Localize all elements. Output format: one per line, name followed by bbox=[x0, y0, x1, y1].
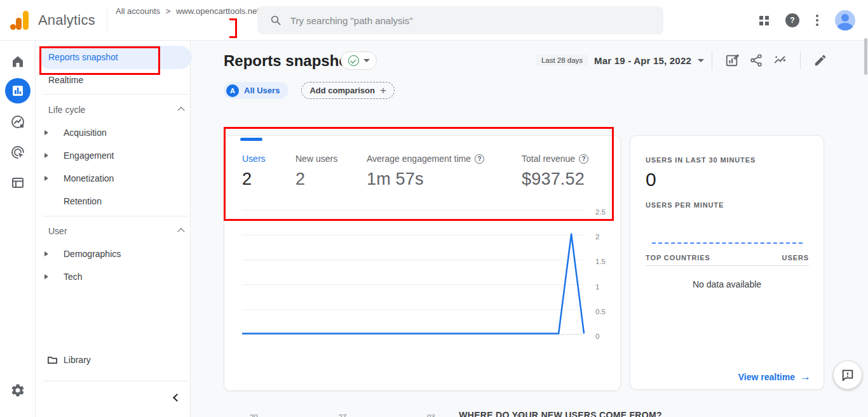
help-icon[interactable]: ? bbox=[785, 13, 799, 27]
metric-value: 2 bbox=[242, 169, 266, 189]
all-users-chip[interactable]: A All Users bbox=[224, 82, 288, 99]
sidebar-item-tech[interactable]: Tech bbox=[64, 265, 83, 288]
folder-icon bbox=[47, 355, 58, 365]
share-icon[interactable] bbox=[749, 53, 763, 67]
product-name: Analytics bbox=[38, 12, 95, 29]
apps-grid-icon[interactable] bbox=[759, 16, 769, 25]
sidebar-item-library[interactable]: Library bbox=[64, 348, 91, 371]
nav-rail bbox=[0, 41, 36, 417]
date-range-badge: Last 28 days bbox=[536, 55, 588, 66]
sidebar-item-acquisition[interactable]: Acquisition bbox=[64, 121, 107, 144]
metric-total-revenue[interactable]: Total revenue ? $937.52 bbox=[522, 154, 588, 189]
account-avatar[interactable] bbox=[835, 10, 855, 30]
top-countries-header: TOP COUNTRIES bbox=[646, 254, 710, 261]
expand-arrow-icon[interactable] bbox=[44, 153, 48, 158]
avatar-body bbox=[837, 23, 853, 30]
sidebar-item-reports-snapshot[interactable]: Reports snapshot bbox=[48, 46, 118, 69]
help-tooltip-icon[interactable]: ? bbox=[579, 154, 588, 164]
scrollbar-thumb[interactable] bbox=[864, 38, 867, 75]
section-life-cycle[interactable]: Life cycle bbox=[48, 98, 85, 121]
avatar-head bbox=[841, 14, 849, 22]
sidebar-item-retention[interactable]: Retention bbox=[64, 190, 102, 213]
configure-icon bbox=[11, 176, 25, 190]
metric-label[interactable]: Average engagement time ? bbox=[367, 154, 484, 164]
more-vertical-icon[interactable] bbox=[816, 15, 818, 26]
collapse-section-icon[interactable] bbox=[177, 228, 184, 235]
metric-users[interactable]: Users 2 bbox=[242, 154, 266, 189]
users-30min-label: USERS IN LAST 30 MINUTES bbox=[646, 156, 756, 164]
search-bar[interactable] bbox=[257, 6, 663, 34]
metric-value: 2 bbox=[295, 169, 337, 189]
sidebar-item-engagement[interactable]: Engagement bbox=[64, 144, 114, 167]
reports-sidebar: Reports snapshot Realtime Life cycle Acq… bbox=[36, 41, 191, 417]
sidebar-item-realtime[interactable]: Realtime bbox=[48, 69, 83, 91]
expand-arrow-icon[interactable] bbox=[44, 176, 48, 181]
collapse-section-icon[interactable] bbox=[177, 107, 184, 114]
rail-configure[interactable] bbox=[0, 170, 36, 195]
arrow-right-icon: → bbox=[800, 371, 811, 383]
no-data-text: No data available bbox=[630, 279, 824, 289]
segment-a-icon: A bbox=[226, 84, 239, 97]
rail-advertising[interactable] bbox=[0, 140, 36, 165]
users-per-minute-label: USERS PER MINUTE bbox=[646, 201, 724, 209]
breadcrumb[interactable]: All accounts > www.opencarttools.net bbox=[116, 6, 259, 16]
expand-arrow-icon[interactable] bbox=[44, 130, 48, 135]
view-realtime-link[interactable]: View realtime → bbox=[738, 371, 811, 383]
breadcrumb-account[interactable]: All accounts bbox=[116, 6, 160, 16]
rail-admin[interactable] bbox=[0, 378, 36, 403]
analytics-logo-icon bbox=[9, 9, 32, 32]
page-title: Reports snapshot bbox=[224, 52, 353, 70]
advertising-icon bbox=[10, 145, 25, 160]
help-tooltip-icon[interactable]: ? bbox=[475, 154, 484, 164]
bar-chart-icon bbox=[11, 84, 24, 97]
analytics-logo[interactable]: Analytics bbox=[9, 9, 95, 32]
chevron-down-icon bbox=[363, 59, 370, 62]
status-ok-icon bbox=[348, 55, 359, 66]
sidebar-item-monetization[interactable]: Monetization bbox=[64, 167, 114, 190]
topbar-divider bbox=[107, 9, 107, 32]
per-minute-baseline bbox=[652, 242, 803, 244]
rail-home[interactable] bbox=[0, 49, 36, 74]
rail-reports[interactable] bbox=[0, 78, 36, 103]
metric-avg-engagement-time[interactable]: Average engagement time ? 1m 57s bbox=[367, 154, 484, 189]
plus-icon: + bbox=[380, 84, 386, 97]
users-line-chart: 00.511.522.520Mar2703Apr10 bbox=[242, 210, 584, 409]
sidebar-divider bbox=[43, 216, 189, 216]
metric-label[interactable]: New users bbox=[295, 154, 337, 164]
sidebar-item-demographics[interactable]: Demographics bbox=[64, 242, 121, 265]
expand-arrow-icon[interactable] bbox=[44, 274, 48, 279]
expand-arrow-icon[interactable] bbox=[44, 251, 48, 256]
date-range-value[interactable]: Mar 19 - Apr 15, 2022 bbox=[594, 55, 691, 66]
header-divider bbox=[712, 51, 712, 70]
next-section-heading: WHERE DO YOUR NEW USERS COME FROM? bbox=[459, 410, 662, 417]
table-header-rule bbox=[646, 265, 809, 266]
users-column-header: USERS bbox=[782, 254, 809, 261]
rail-explore[interactable] bbox=[0, 109, 36, 135]
section-user[interactable]: User bbox=[48, 220, 67, 242]
breadcrumb-property[interactable]: www.opencarttools.net bbox=[176, 6, 259, 16]
metric-value: 1m 57s bbox=[367, 169, 484, 189]
feedback-button[interactable] bbox=[834, 361, 862, 389]
add-comparison-button[interactable]: Add comparison + bbox=[301, 82, 395, 99]
main-content: Reports snapshot Last 28 days Mar 19 - A… bbox=[191, 41, 868, 417]
search-input[interactable] bbox=[290, 15, 621, 26]
active-tab-indicator[interactable] bbox=[240, 138, 262, 141]
metric-value: $937.52 bbox=[522, 169, 588, 189]
report-status-pill[interactable] bbox=[341, 51, 377, 70]
metric-label[interactable]: Users bbox=[242, 154, 266, 164]
customize-report-icon[interactable] bbox=[725, 53, 739, 67]
top-bar: Analytics All accounts > www.opencarttoo… bbox=[0, 0, 868, 41]
realtime-card: USERS IN LAST 30 MINUTES 0 USERS PER MIN… bbox=[630, 135, 824, 390]
metric-label[interactable]: Total revenue ? bbox=[522, 154, 588, 164]
collapse-sidebar-icon[interactable] bbox=[173, 394, 181, 402]
all-users-label: All Users bbox=[244, 86, 280, 95]
home-icon bbox=[10, 54, 25, 69]
edit-pencil-icon[interactable] bbox=[813, 53, 827, 67]
insights-icon[interactable] bbox=[773, 53, 787, 67]
search-icon bbox=[270, 15, 281, 26]
explore-icon bbox=[10, 114, 25, 129]
chevron-down-icon[interactable] bbox=[698, 59, 704, 62]
metric-new-users[interactable]: New users 2 bbox=[295, 154, 337, 189]
overview-card: Users 2 New users 2 Average engagement t… bbox=[224, 135, 621, 391]
users-30min-value: 0 bbox=[646, 169, 656, 190]
